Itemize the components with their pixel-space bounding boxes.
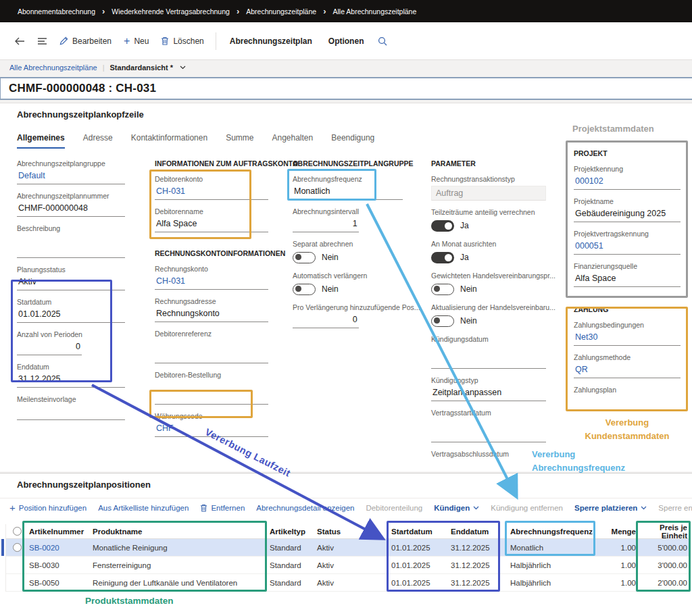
cancel-button[interactable]: Kündigen [434,504,479,512]
header-section-title: Abrechnungszeitplankopfzeile [17,109,144,120]
field-rechnungsadresse: Rechnungsadresse Rechnungskonto [155,297,268,322]
chevron-down-icon[interactable] [180,66,186,70]
field-anzahl-perioden: Anzahl von Perioden 0 [17,330,125,355]
delete-button[interactable]: Löschen [155,32,209,51]
field-projektvertragskennung: Projektvertragskennung 000051 [574,230,681,255]
toggle-an-monat-ausrichten[interactable] [431,252,454,263]
field-vertragsstartdatum: Vertragsstartdatum [431,409,546,442]
tab-kontaktinformationen[interactable]: Kontaktinformationen [131,133,207,149]
field-abrechnungszeitplangruppe: Abrechnungszeitplangruppe Default [17,159,125,184]
chevron-right-icon: › [323,6,326,16]
select-all-radio[interactable] [13,527,22,536]
row-radio[interactable] [13,543,22,552]
positions-section: Abrechnungszeitplanpositionen + Position… [0,473,692,616]
new-label: Neu [134,36,149,46]
breadcrumb-item[interactable]: Wiederkehrende Vertragsabrechnung [112,7,230,16]
add-from-itemlist-button[interactable]: Aus Artikelliste hinzufügen [98,504,189,512]
table-row[interactable]: SB-0050 Reinigung der Luftkanäle und Ven… [6,574,691,592]
group-parameter: PARAMETER [431,159,546,168]
back-arrow-icon [14,36,25,46]
add-position-button[interactable]: + Position hinzufügen [9,504,86,512]
field-zahlungsmethode: Zahlungsmethode QR [574,353,681,378]
form-column-3: ABRECHNUNGSZEITPLANGRUPPE Abrechnungsfre… [293,159,403,336]
chevron-right-icon: › [237,6,239,16]
breadcrumb-item[interactable]: Alle Abrechnungszeitpläne [333,7,417,16]
annotation-produktstammdaten: Produktstammdaten [85,596,174,606]
field-pro-verlaengerung: Pro Verlängerung hinzuzufügende Pos... 0 [293,303,403,328]
sitemap-button[interactable] [31,32,53,50]
edit-button[interactable]: Bearbeiten [53,32,118,51]
field-debitorenkonto: Debitorenkonto CH-031 [155,175,268,200]
remove-button[interactable]: Entfernen [200,504,245,512]
list-link[interactable]: Alle Abrechnungszeitpläne [9,63,97,72]
field-teilzeitraeume: Teilzeiträume anteilig verrechnen Ja [431,208,546,232]
view-name[interactable]: Standardansicht * [110,63,174,72]
menu-abrechnungszeitplan[interactable]: Abrechnungszeitplan [222,32,320,51]
app-window: Abonnementabrechnung › Wiederkehrende Ve… [0,0,692,616]
group-auftragskonto: INFORMATIONEN ZUM AUFTRAGSKONTO [155,159,268,168]
annotation-vererbung-abrechnungsfrequenz: Vererbung Abrechnungsfrequenz [532,448,670,475]
header-tabs: Allgemeines Adresse Kontaktinformationen… [17,133,374,149]
positions-title: Abrechnungszeitplanpositionen [17,480,151,490]
toggle-automatisch-verlaengern[interactable] [293,284,316,295]
toggle-teilzeitraeume[interactable] [431,220,454,232]
search-button[interactable] [372,32,393,51]
toggle-gewichteter-preis[interactable] [431,284,454,295]
table-row[interactable]: SB-0030 Fensterreinigung Standard Aktiv … [6,557,691,574]
field-beschreibung: Beschreibung [17,224,125,258]
tab-beendigung[interactable]: Beendigung [331,133,374,149]
page-title: CHMF-000000048 : CH-031 [9,82,156,95]
tab-angehalten[interactable]: Angehalten [272,133,313,149]
table-row[interactable]: SB-0020 Monatliche Reinigung Standard Ak… [6,539,691,557]
search-icon [378,36,387,46]
positions-table: Artikelnummer Produktname Artikeltyp Sta… [5,524,691,592]
hamburger-icon [37,37,47,45]
breadcrumb-item[interactable]: Abrechnungszeitpläne [246,7,316,16]
field-separat-abrechnen: Separat abrechnen Nein [293,240,403,264]
tab-adresse[interactable]: Adresse [83,133,113,149]
plus-icon: + [9,505,16,511]
field-enddatum: Enddatum 31.12.2025 [17,363,125,388]
group-abrechnungszeitplangruppe: ABRECHNUNGSZEITPLANGRUPPE [293,159,403,168]
group-zahlung: ZAHLUNG [574,305,681,314]
field-zahlungsbedingungen: Zahlungsbedingungen Net30 [574,321,681,346]
plus-icon: + [124,38,130,45]
remove-hold-button: Sperre entfernen [658,504,692,512]
trash-icon [161,36,169,45]
place-hold-button[interactable]: Sperre platzieren [574,504,647,512]
group-rechnungskonto: RECHNUNGSKONTOINFORMATIONEN [155,249,268,258]
tab-summe[interactable]: Summe [226,133,253,149]
annotation-projektstammdaten: Projektstammdaten [572,124,654,134]
tab-allgemeines[interactable]: Allgemeines [17,133,65,149]
trash-icon [200,504,207,512]
field-abrechnungszeitplannummer: Abrechnungszeitplannummer CHMF-000000048 [17,192,125,217]
billing-detail-button[interactable]: Abrechnungsdetail anzeigen [256,504,354,512]
action-bar: Bearbeiten + Neu Löschen Abrechnungszeit… [0,22,692,60]
back-button[interactable] [8,32,31,51]
field-abrechnungsintervall: Abrechnungsintervall 1 [293,207,403,232]
edit-label: Bearbeiten [72,36,112,46]
menu-optionen[interactable]: Optionen [320,32,372,51]
form-column-2: INFORMATIONEN ZUM AUFTRAGSKONTO Debitore… [155,159,268,444]
field-zahlungsplan: Zahlungsplan [574,386,681,411]
field-abrechnungsfrequenz: Abrechnungsfrequenz Monatlich [293,175,403,200]
field-kuendigungstyp: Kündigungstyp Zeitplan anpassen [431,376,546,401]
pencil-icon [59,36,68,45]
form-column-4: PARAMETER Rechnungstransaktionstyp Auftr… [431,159,546,491]
new-button[interactable]: + Neu [118,32,155,51]
field-an-monat-ausrichten: An Monat ausrichten Ja [431,240,546,264]
toolbar-divider [216,32,216,50]
chevron-down-icon [641,506,647,510]
toggle-aktualisierung[interactable] [431,315,454,327]
record-title-box: CHMF-000000048 : CH-031 [0,77,692,100]
remove-cancellation-button: Kündigung entfernen [491,504,563,512]
chevron-right-icon: › [102,6,105,16]
annotation-vererbung-kundenstammdaten: Vererbung Kundenstammdaten [563,416,691,442]
positions-toolbar: + Position hinzufügen Aus Artikelliste h… [9,504,692,512]
breadcrumb-item[interactable]: Abonnementabrechnung [18,7,95,16]
field-debitoren-bestellung: Debitoren-Bestellung [155,371,268,405]
field-gewichteter-preis: Gewichteten Handelsvereinbarungspr... Ne… [431,272,546,296]
form-column-5: PROJEKT Projektkennung 000102 Projektnam… [574,149,681,418]
toggle-separat-abrechnen[interactable] [293,252,316,263]
field-debitorenreferenz: Debitorenreferenz [155,330,268,363]
